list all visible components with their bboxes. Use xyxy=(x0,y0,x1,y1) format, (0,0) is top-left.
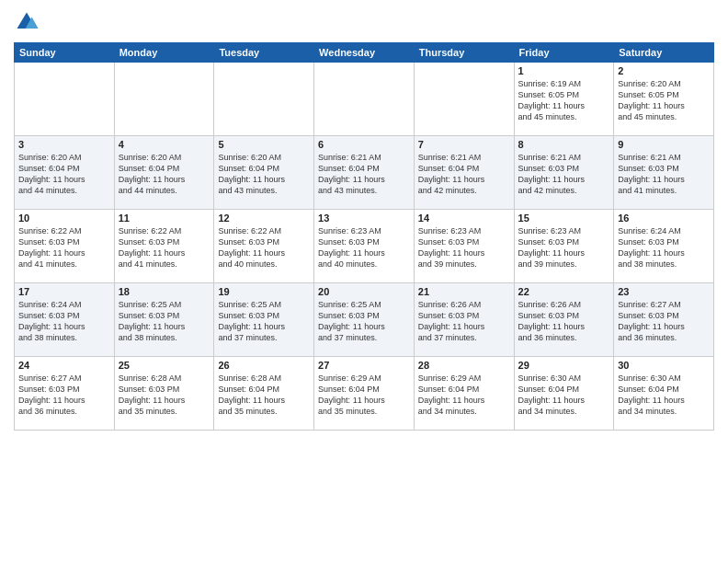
day-number: 27 xyxy=(318,360,410,371)
day-number: 5 xyxy=(218,139,310,150)
calendar-week-row: 1Sunrise: 6:19 AM Sunset: 6:05 PM Daylig… xyxy=(15,63,714,136)
day-info: Sunrise: 6:20 AM Sunset: 6:04 PM Dayligh… xyxy=(119,152,210,197)
day-number: 23 xyxy=(618,286,710,297)
day-info: Sunrise: 6:29 AM Sunset: 6:04 PM Dayligh… xyxy=(418,373,510,418)
calendar-week-row: 3Sunrise: 6:20 AM Sunset: 6:04 PM Daylig… xyxy=(15,136,714,210)
calendar-cell xyxy=(314,63,415,136)
day-info: Sunrise: 6:20 AM Sunset: 6:04 PM Dayligh… xyxy=(218,152,310,197)
day-number: 9 xyxy=(618,139,710,150)
calendar-cell: 22Sunrise: 6:26 AM Sunset: 6:03 PM Dayli… xyxy=(514,283,614,357)
day-info: Sunrise: 6:22 AM Sunset: 6:03 PM Dayligh… xyxy=(218,225,310,270)
calendar-cell: 7Sunrise: 6:21 AM Sunset: 6:04 PM Daylig… xyxy=(414,136,514,210)
day-info: Sunrise: 6:27 AM Sunset: 6:03 PM Dayligh… xyxy=(618,299,710,344)
calendar-week-row: 24Sunrise: 6:27 AM Sunset: 6:03 PM Dayli… xyxy=(15,357,714,431)
calendar-cell: 13Sunrise: 6:23 AM Sunset: 6:03 PM Dayli… xyxy=(314,210,415,283)
calendar-cell: 16Sunrise: 6:24 AM Sunset: 6:03 PM Dayli… xyxy=(614,210,714,283)
weekday-header: Friday xyxy=(514,43,614,63)
day-number: 14 xyxy=(418,213,510,224)
calendar-cell: 12Sunrise: 6:22 AM Sunset: 6:03 PM Dayli… xyxy=(214,210,314,283)
day-info: Sunrise: 6:26 AM Sunset: 6:03 PM Dayligh… xyxy=(418,299,510,344)
day-info: Sunrise: 6:29 AM Sunset: 6:04 PM Dayligh… xyxy=(318,373,410,418)
day-number: 7 xyxy=(418,139,510,150)
calendar-cell: 15Sunrise: 6:23 AM Sunset: 6:03 PM Dayli… xyxy=(514,210,614,283)
weekday-header: Thursday xyxy=(414,43,514,63)
day-info: Sunrise: 6:23 AM Sunset: 6:03 PM Dayligh… xyxy=(518,225,610,270)
calendar-cell xyxy=(15,63,115,136)
day-info: Sunrise: 6:22 AM Sunset: 6:03 PM Dayligh… xyxy=(18,225,110,270)
day-number: 22 xyxy=(518,286,610,297)
day-number: 4 xyxy=(119,139,210,150)
day-number: 6 xyxy=(318,139,410,150)
day-info: Sunrise: 6:28 AM Sunset: 6:04 PM Dayligh… xyxy=(218,373,310,418)
day-number: 15 xyxy=(518,213,610,224)
day-number: 8 xyxy=(518,139,610,150)
day-number: 13 xyxy=(318,213,410,224)
calendar-week-row: 17Sunrise: 6:24 AM Sunset: 6:03 PM Dayli… xyxy=(15,283,714,357)
calendar-cell: 20Sunrise: 6:25 AM Sunset: 6:03 PM Dayli… xyxy=(314,283,415,357)
calendar-cell: 24Sunrise: 6:27 AM Sunset: 6:03 PM Dayli… xyxy=(15,357,115,431)
day-info: Sunrise: 6:30 AM Sunset: 6:04 PM Dayligh… xyxy=(618,373,710,418)
calendar-week-row: 10Sunrise: 6:22 AM Sunset: 6:03 PM Dayli… xyxy=(15,210,714,283)
day-info: Sunrise: 6:27 AM Sunset: 6:03 PM Dayligh… xyxy=(18,373,110,418)
day-info: Sunrise: 6:19 AM Sunset: 6:05 PM Dayligh… xyxy=(518,78,610,123)
day-number: 26 xyxy=(218,360,310,371)
calendar-header-row: SundayMondayTuesdayWednesdayThursdayFrid… xyxy=(15,43,714,63)
day-info: Sunrise: 6:26 AM Sunset: 6:03 PM Dayligh… xyxy=(518,299,610,344)
day-number: 21 xyxy=(418,286,510,297)
day-info: Sunrise: 6:22 AM Sunset: 6:03 PM Dayligh… xyxy=(119,225,210,270)
calendar-cell: 4Sunrise: 6:20 AM Sunset: 6:04 PM Daylig… xyxy=(114,136,214,210)
calendar-cell: 29Sunrise: 6:30 AM Sunset: 6:04 PM Dayli… xyxy=(514,357,614,431)
calendar-cell: 5Sunrise: 6:20 AM Sunset: 6:04 PM Daylig… xyxy=(214,136,314,210)
logo xyxy=(14,9,43,35)
calendar: SundayMondayTuesdayWednesdayThursdayFrid… xyxy=(14,42,714,431)
day-info: Sunrise: 6:28 AM Sunset: 6:03 PM Dayligh… xyxy=(119,373,210,418)
day-info: Sunrise: 6:25 AM Sunset: 6:03 PM Dayligh… xyxy=(119,299,210,344)
calendar-cell: 18Sunrise: 6:25 AM Sunset: 6:03 PM Dayli… xyxy=(114,283,214,357)
calendar-cell: 6Sunrise: 6:21 AM Sunset: 6:04 PM Daylig… xyxy=(314,136,415,210)
day-number: 11 xyxy=(119,213,210,224)
day-number: 2 xyxy=(618,65,710,76)
calendar-cell: 17Sunrise: 6:24 AM Sunset: 6:03 PM Dayli… xyxy=(15,283,115,357)
weekday-header: Wednesday xyxy=(314,43,415,63)
weekday-header: Monday xyxy=(114,43,214,63)
day-info: Sunrise: 6:21 AM Sunset: 6:04 PM Dayligh… xyxy=(418,152,510,197)
calendar-cell: 14Sunrise: 6:23 AM Sunset: 6:03 PM Dayli… xyxy=(414,210,514,283)
calendar-cell: 11Sunrise: 6:22 AM Sunset: 6:03 PM Dayli… xyxy=(114,210,214,283)
day-info: Sunrise: 6:23 AM Sunset: 6:03 PM Dayligh… xyxy=(318,225,410,270)
day-info: Sunrise: 6:21 AM Sunset: 6:03 PM Dayligh… xyxy=(618,152,710,197)
calendar-cell: 8Sunrise: 6:21 AM Sunset: 6:03 PM Daylig… xyxy=(514,136,614,210)
day-number: 18 xyxy=(119,286,210,297)
day-number: 30 xyxy=(618,360,710,371)
logo-icon xyxy=(14,9,40,35)
day-info: Sunrise: 6:20 AM Sunset: 6:04 PM Dayligh… xyxy=(18,152,110,197)
day-info: Sunrise: 6:20 AM Sunset: 6:05 PM Dayligh… xyxy=(618,78,710,123)
day-number: 20 xyxy=(318,286,410,297)
day-info: Sunrise: 6:21 AM Sunset: 6:04 PM Dayligh… xyxy=(318,152,410,197)
day-number: 17 xyxy=(18,286,110,297)
calendar-cell: 19Sunrise: 6:25 AM Sunset: 6:03 PM Dayli… xyxy=(214,283,314,357)
page: SundayMondayTuesdayWednesdayThursdayFrid… xyxy=(0,0,728,563)
calendar-cell: 23Sunrise: 6:27 AM Sunset: 6:03 PM Dayli… xyxy=(614,283,714,357)
calendar-cell: 1Sunrise: 6:19 AM Sunset: 6:05 PM Daylig… xyxy=(514,63,614,136)
calendar-cell xyxy=(114,63,214,136)
day-number: 28 xyxy=(418,360,510,371)
weekday-header: Sunday xyxy=(15,43,115,63)
calendar-cell: 21Sunrise: 6:26 AM Sunset: 6:03 PM Dayli… xyxy=(414,283,514,357)
day-info: Sunrise: 6:25 AM Sunset: 6:03 PM Dayligh… xyxy=(218,299,310,344)
calendar-cell: 9Sunrise: 6:21 AM Sunset: 6:03 PM Daylig… xyxy=(614,136,714,210)
calendar-cell: 2Sunrise: 6:20 AM Sunset: 6:05 PM Daylig… xyxy=(614,63,714,136)
calendar-cell: 25Sunrise: 6:28 AM Sunset: 6:03 PM Dayli… xyxy=(114,357,214,431)
calendar-cell xyxy=(214,63,314,136)
calendar-cell: 26Sunrise: 6:28 AM Sunset: 6:04 PM Dayli… xyxy=(214,357,314,431)
weekday-header: Tuesday xyxy=(214,43,314,63)
calendar-cell: 3Sunrise: 6:20 AM Sunset: 6:04 PM Daylig… xyxy=(15,136,115,210)
calendar-cell: 28Sunrise: 6:29 AM Sunset: 6:04 PM Dayli… xyxy=(414,357,514,431)
day-number: 29 xyxy=(518,360,610,371)
weekday-header: Saturday xyxy=(614,43,714,63)
day-number: 19 xyxy=(218,286,310,297)
day-info: Sunrise: 6:30 AM Sunset: 6:04 PM Dayligh… xyxy=(518,373,610,418)
calendar-cell: 10Sunrise: 6:22 AM Sunset: 6:03 PM Dayli… xyxy=(15,210,115,283)
day-info: Sunrise: 6:23 AM Sunset: 6:03 PM Dayligh… xyxy=(418,225,510,270)
day-number: 16 xyxy=(618,213,710,224)
day-number: 3 xyxy=(18,139,110,150)
